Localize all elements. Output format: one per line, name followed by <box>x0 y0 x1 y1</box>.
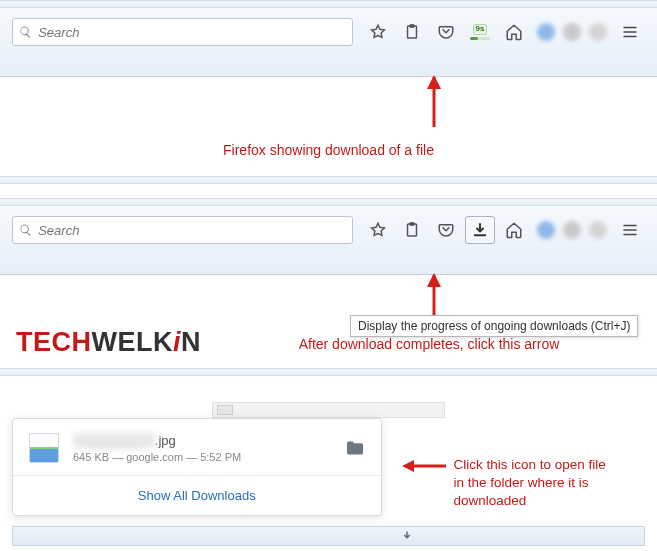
caption-panel3: Click this icon to open file in the fold… <box>382 418 645 511</box>
downloads-arrow-icon[interactable] <box>465 216 495 244</box>
downloads-arrow-icon <box>400 529 414 543</box>
search-icon <box>19 25 32 39</box>
download-time-label: 9s <box>473 24 488 35</box>
search-icon <box>19 223 32 237</box>
firefox-toolbar-downloading: 9s <box>0 8 657 77</box>
menu-hamburger-icon[interactable] <box>615 18 645 46</box>
home-icon[interactable] <box>499 216 529 244</box>
svg-rect-1 <box>410 25 415 28</box>
pocket-icon[interactable] <box>431 216 461 244</box>
search-input-container[interactable] <box>12 216 353 244</box>
techwelkin-logo: TECHWELKiN <box>0 317 201 368</box>
downloads-popover: ________.jpg 645 KB — google.com — 5:52 … <box>12 418 382 516</box>
download-item[interactable]: ________.jpg 645 KB — google.com — 5:52 … <box>13 419 381 475</box>
search-input[interactable] <box>38 25 346 40</box>
pocket-icon[interactable] <box>431 18 461 46</box>
home-icon[interactable] <box>499 18 529 46</box>
clipboard-icon[interactable] <box>397 18 427 46</box>
clipboard-icon[interactable] <box>397 216 427 244</box>
downloads-progress-icon[interactable]: 9s <box>465 18 495 46</box>
file-name: ________.jpg <box>73 433 345 448</box>
svg-rect-3 <box>410 223 415 226</box>
bookmark-star-icon[interactable] <box>363 216 393 244</box>
scrollbar-strip <box>212 402 445 418</box>
annotation-arrow-2: Display the progress of ongoing download… <box>0 275 657 317</box>
downloads-tooltip: Display the progress of ongoing download… <box>350 315 638 337</box>
show-all-downloads-link[interactable]: Show All Downloads <box>13 475 381 515</box>
annotation-arrow-3 <box>402 459 446 473</box>
blurred-toolbar-icons <box>537 221 607 239</box>
open-folder-icon[interactable] <box>345 440 365 456</box>
download-progress-bar <box>470 37 490 40</box>
search-input-container[interactable] <box>12 18 353 46</box>
menu-hamburger-icon[interactable] <box>615 216 645 244</box>
blurred-toolbar-icons <box>537 23 607 41</box>
bookmark-star-icon[interactable] <box>363 18 393 46</box>
caption-panel1: Firefox showing download of a file <box>0 132 657 176</box>
file-meta: 645 KB — google.com — 5:52 PM <box>73 451 345 463</box>
firefox-toolbar-completed <box>0 206 657 275</box>
annotation-arrow-1 <box>0 77 657 132</box>
file-thumbnail <box>29 433 59 463</box>
search-input[interactable] <box>38 223 346 238</box>
bottom-downloads-strip[interactable] <box>12 526 645 546</box>
